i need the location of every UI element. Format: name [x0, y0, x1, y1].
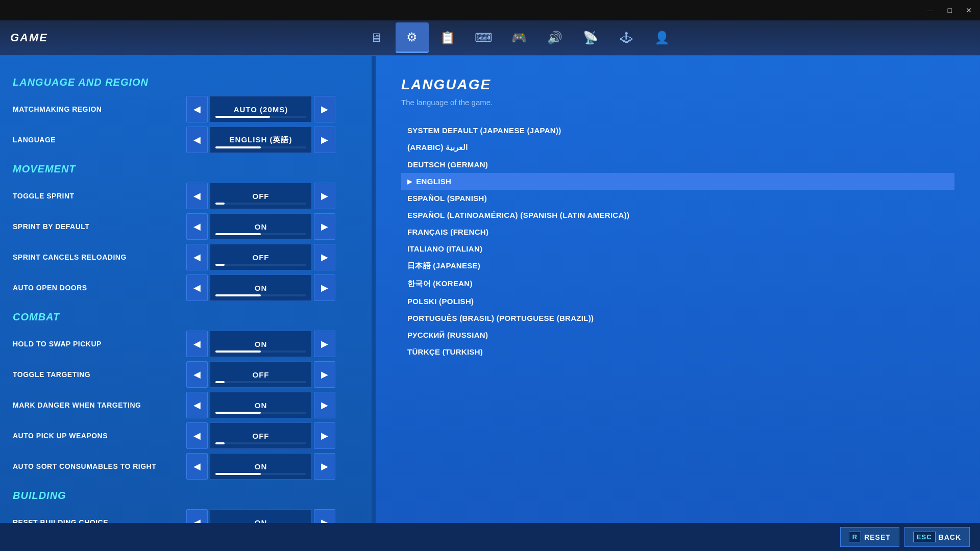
nav-list[interactable]: 📋	[431, 22, 464, 53]
slider-bar	[215, 350, 306, 353]
reset-button[interactable]: R RESET	[840, 527, 899, 547]
arrow-left-button[interactable]: ◀	[186, 331, 208, 357]
language-item[interactable]: 한국어 (KOREAN)	[401, 275, 954, 293]
arrow-left-button[interactable]: ◀	[186, 244, 208, 270]
arrow-left-button[interactable]: ◀	[186, 453, 208, 480]
language-item[interactable]: 日本語 (JAPANESE)	[401, 257, 954, 275]
value-box: OFF	[210, 422, 312, 449]
value-text: ON	[255, 462, 267, 471]
language-item[interactable]: (ARABIC) العربية	[401, 139, 954, 156]
arrow-right-button[interactable]: ▶	[314, 453, 335, 480]
arrow-left-button[interactable]: ◀	[186, 96, 208, 122]
value-box: ON	[210, 274, 312, 301]
nav-gamepad[interactable]: 🕹	[610, 22, 643, 53]
value-box: OFF	[210, 244, 312, 270]
language-item[interactable]: SYSTEM DEFAULT (JAPANESE (JAPAN))	[401, 122, 954, 139]
setting-label: MARK DANGER WHEN TARGETING	[13, 401, 186, 409]
slider-bar	[215, 473, 306, 475]
nav-controller2[interactable]: 🎮	[503, 22, 536, 53]
value-box: ON	[210, 213, 312, 240]
value-text: OFF	[253, 432, 270, 440]
arrow-right-button[interactable]: ▶	[314, 361, 335, 388]
arrow-left-button[interactable]: ◀	[186, 392, 208, 418]
setting-row: LANGUAGE◀ENGLISH (英語)▶	[13, 127, 359, 153]
slider-fill	[215, 203, 225, 205]
setting-label: AUTO OPEN DOORS	[13, 284, 186, 292]
language-item[interactable]: ITALIANO (ITALIAN)	[401, 240, 954, 257]
language-label: 한국어 (KOREAN)	[407, 279, 473, 289]
slider-fill	[215, 116, 270, 118]
maximize-button[interactable]: □	[945, 5, 955, 15]
slider-fill	[215, 294, 261, 296]
language-item[interactable]: POLSKI (POLISH)	[401, 293, 954, 310]
arrow-left-button[interactable]: ◀	[186, 361, 208, 388]
language-item[interactable]: ESPAÑOL (SPANISH)	[401, 190, 954, 207]
arrow-left-button[interactable]: ◀	[186, 127, 208, 153]
language-label: ITALIANO (ITALIAN)	[407, 244, 482, 253]
language-item[interactable]: ▶ENGLISH	[401, 173, 954, 190]
nav-network[interactable]: 📡	[574, 22, 607, 53]
language-label: (ARABIC) العربية	[407, 143, 468, 152]
right-panel: LANGUAGE The language of the game. SYSTE…	[376, 56, 980, 551]
setting-label: MATCHMAKING REGION	[13, 105, 186, 113]
setting-control: ◀ON▶	[186, 213, 335, 240]
slider-bar	[215, 116, 306, 118]
value-text: AUTO (20MS)	[234, 105, 288, 114]
slider-fill	[215, 381, 225, 383]
arrow-left-button[interactable]: ◀	[186, 213, 208, 240]
setting-label: TOGGLE SPRINT	[13, 192, 186, 200]
language-label: TÜRKÇE (TURKISH)	[407, 347, 483, 356]
value-box: OFF	[210, 183, 312, 209]
setting-row: SPRINT CANCELS RELOADING◀OFF▶	[13, 244, 359, 270]
value-text: OFF	[253, 253, 270, 262]
setting-control: ◀OFF▶	[186, 422, 335, 449]
value-box: OFF	[210, 361, 312, 388]
language-item[interactable]: РУССКИЙ (RUSSIAN)	[401, 327, 954, 343]
minimize-button[interactable]: —	[924, 5, 937, 15]
setting-label: AUTO PICK UP WEAPONS	[13, 432, 186, 440]
arrow-right-button[interactable]: ▶	[314, 392, 335, 418]
nav-monitor[interactable]: 🖥	[360, 22, 393, 53]
arrow-right-button[interactable]: ▶	[314, 331, 335, 357]
setting-row: TOGGLE SPRINT◀OFF▶	[13, 183, 359, 209]
arrow-right-button[interactable]: ▶	[314, 96, 335, 122]
setting-control: ◀AUTO (20MS)▶	[186, 96, 335, 122]
language-list: SYSTEM DEFAULT (JAPANESE (JAPAN))(ARABIC…	[401, 122, 954, 360]
bottom-bar: R RESET ESC BACK	[0, 523, 980, 551]
slider-bar	[215, 146, 306, 148]
nav-gear[interactable]: ⚙	[396, 22, 429, 53]
right-description: The language of the game.	[401, 98, 954, 107]
close-button[interactable]: ✕	[963, 5, 975, 15]
language-item[interactable]: FRANÇAIS (FRENCH)	[401, 223, 954, 240]
arrow-right-button[interactable]: ▶	[314, 244, 335, 270]
language-label: РУССКИЙ (RUSSIAN)	[407, 331, 488, 339]
nav-audio[interactable]: 🔊	[538, 22, 572, 53]
nav-keyboard[interactable]: ⌨	[467, 22, 500, 53]
slider-bar	[215, 442, 306, 444]
setting-row: MARK DANGER WHEN TARGETING◀ON▶	[13, 392, 359, 418]
value-text: ENGLISH (英語)	[230, 135, 292, 145]
language-item[interactable]: PORTUGUÊS (BRASIL) (PORTUGUESE (BRAZIL))	[401, 310, 954, 327]
value-text: ON	[255, 284, 267, 292]
arrow-right-button[interactable]: ▶	[314, 127, 335, 153]
arrow-left-button[interactable]: ◀	[186, 274, 208, 301]
arrow-right-button[interactable]: ▶	[314, 183, 335, 209]
back-key-badge: ESC	[913, 532, 936, 542]
language-label: FRANÇAIS (FRENCH)	[407, 228, 488, 236]
language-item[interactable]: TÜRKÇE (TURKISH)	[401, 343, 954, 360]
title-bar: — □ ✕	[0, 0, 980, 20]
language-item[interactable]: ESPAÑOL (LATINOAMÉRICA) (SPANISH (LATIN …	[401, 207, 954, 223]
slider-bar	[215, 294, 306, 296]
arrow-right-button[interactable]: ▶	[314, 213, 335, 240]
language-label: SYSTEM DEFAULT (JAPANESE (JAPAN))	[407, 126, 561, 135]
setting-row: AUTO OPEN DOORS◀ON▶	[13, 274, 359, 301]
arrow-left-button[interactable]: ◀	[186, 422, 208, 449]
nav-user[interactable]: 👤	[646, 22, 679, 53]
language-item[interactable]: DEUTSCH (GERMAN)	[401, 156, 954, 173]
value-box: ENGLISH (英語)	[210, 127, 312, 153]
arrow-right-button[interactable]: ▶	[314, 274, 335, 301]
back-button[interactable]: ESC BACK	[904, 527, 970, 547]
arrow-left-button[interactable]: ◀	[186, 183, 208, 209]
arrow-right-button[interactable]: ▶	[314, 422, 335, 449]
value-box: ON	[210, 392, 312, 418]
